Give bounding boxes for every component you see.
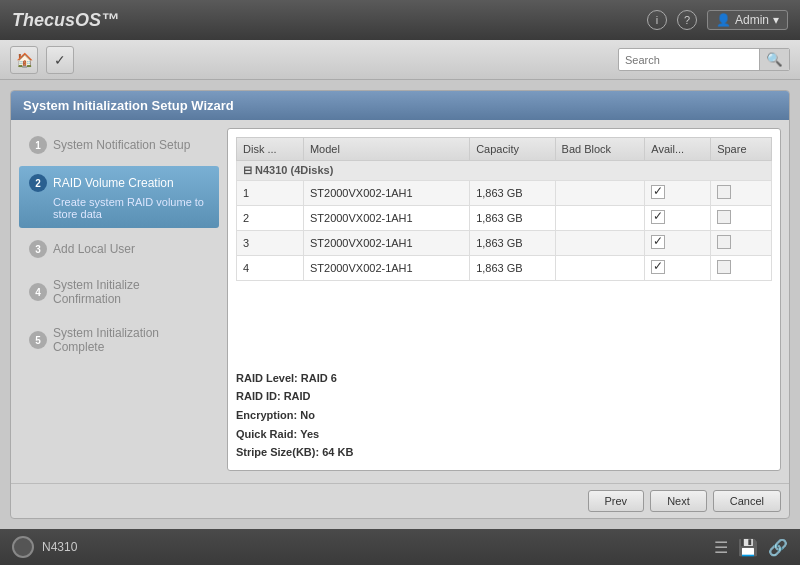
- disk-capacity: 1,863 GB: [470, 256, 555, 281]
- disk-model: ST2000VX002-1AH1: [303, 231, 469, 256]
- step-2-desc: Create system RAID volume to store data: [29, 196, 209, 220]
- avail-checkbox-2[interactable]: [651, 210, 665, 224]
- disk-model: ST2000VX002-1AH1: [303, 206, 469, 231]
- search-input[interactable]: [619, 51, 759, 69]
- step-5-num: 5: [29, 331, 47, 349]
- disk-avail[interactable]: [645, 181, 711, 206]
- step-1-label: System Notification Setup: [53, 138, 190, 152]
- raid-level-label: RAID Level:: [236, 372, 298, 384]
- network-icon[interactable]: 🔗: [768, 538, 788, 557]
- secondbar: 🏠 ✓ 🔍: [0, 40, 800, 80]
- spare-checkbox-1[interactable]: [717, 185, 731, 199]
- disk-num: 2: [237, 206, 304, 231]
- spare-checkbox-4[interactable]: [717, 260, 731, 274]
- col-model: Model: [303, 138, 469, 161]
- list-icon[interactable]: ☰: [714, 538, 728, 557]
- col-capacity: Capacity: [470, 138, 555, 161]
- col-disk: Disk ...: [237, 138, 304, 161]
- content-panel: Disk ... Model Capacity Bad Block Avail.…: [227, 128, 781, 471]
- raid-level-line: RAID Level: RAID 6: [236, 369, 772, 388]
- step-3-label: Add Local User: [53, 242, 135, 256]
- disk-num: 3: [237, 231, 304, 256]
- spare-checkbox-3[interactable]: [717, 235, 731, 249]
- storage-icon[interactable]: 💾: [738, 538, 758, 557]
- disk-capacity: 1,863 GB: [470, 231, 555, 256]
- raid-quickraid-value: Yes: [300, 428, 319, 440]
- prev-button[interactable]: Prev: [588, 490, 645, 512]
- disk-table: Disk ... Model Capacity Bad Block Avail.…: [236, 137, 772, 361]
- nav-icons: 🏠 ✓: [10, 46, 74, 74]
- wizard-container: System Initialization Setup Wizard 1 Sys…: [10, 90, 790, 519]
- raid-id-label: RAID ID:: [236, 390, 281, 402]
- user-icon: 👤: [716, 13, 731, 27]
- disk-avail[interactable]: [645, 206, 711, 231]
- table-row: 3 ST2000VX002-1AH1 1,863 GB: [237, 231, 772, 256]
- search-button[interactable]: 🔍: [759, 49, 789, 70]
- bottombar: N4310 ☰ 💾 🔗: [0, 529, 800, 565]
- raid-id-line: RAID ID: RAID: [236, 387, 772, 406]
- step-2[interactable]: 2 RAID Volume Creation Create system RAI…: [19, 166, 219, 228]
- step-2-label: RAID Volume Creation: [53, 176, 174, 190]
- device-name: N4310: [42, 540, 77, 554]
- disk-spare[interactable]: [711, 181, 772, 206]
- cancel-button[interactable]: Cancel: [713, 490, 781, 512]
- step-3[interactable]: 3 Add Local User: [19, 232, 219, 266]
- disk-num: 1: [237, 181, 304, 206]
- wizard-title: System Initialization Setup Wizard: [11, 91, 789, 120]
- raid-stripe-label: Stripe Size(KB):: [236, 446, 319, 458]
- col-badblock: Bad Block: [555, 138, 645, 161]
- disk-num: 4: [237, 256, 304, 281]
- step-4-label: System Initialize Confirmation: [53, 278, 209, 306]
- raid-info: RAID Level: RAID 6 RAID ID: RAID Encrypt…: [236, 369, 772, 462]
- raid-stripe-value: 64 KB: [322, 446, 353, 458]
- disk-badblock: [555, 181, 645, 206]
- wizard-body: 1 System Notification Setup 2 RAID Volum…: [11, 120, 789, 479]
- topbar: ThecusOS™ i ? 👤 Admin ▾: [0, 0, 800, 40]
- steps-panel: 1 System Notification Setup 2 RAID Volum…: [19, 128, 219, 471]
- next-button[interactable]: Next: [650, 490, 707, 512]
- disk-avail[interactable]: [645, 231, 711, 256]
- disk-model: ST2000VX002-1AH1: [303, 256, 469, 281]
- step-5[interactable]: 5 System Initialization Complete: [19, 318, 219, 362]
- disk-capacity: 1,863 GB: [470, 181, 555, 206]
- avail-checkbox-4[interactable]: [651, 260, 665, 274]
- disk-badblock: [555, 231, 645, 256]
- disk-spare[interactable]: [711, 256, 772, 281]
- admin-menu[interactable]: 👤 Admin ▾: [707, 10, 788, 30]
- spare-checkbox-2[interactable]: [717, 210, 731, 224]
- table-row: 2 ST2000VX002-1AH1 1,863 GB: [237, 206, 772, 231]
- table-row: 1 ST2000VX002-1AH1 1,863 GB: [237, 181, 772, 206]
- main-area: System Initialization Setup Wizard 1 Sys…: [0, 80, 800, 529]
- admin-label: Admin: [735, 13, 769, 27]
- raid-encryption-value: No: [300, 409, 315, 421]
- disk-badblock: [555, 206, 645, 231]
- disks-table: Disk ... Model Capacity Bad Block Avail.…: [236, 137, 772, 281]
- disk-spare[interactable]: [711, 231, 772, 256]
- bottom-icons: ☰ 💾 🔗: [714, 538, 788, 557]
- step-2-num: 2: [29, 174, 47, 192]
- avail-checkbox-1[interactable]: [651, 185, 665, 199]
- nav-home-icon[interactable]: 🏠: [10, 46, 38, 74]
- raid-quickraid-label: Quick Raid:: [236, 428, 297, 440]
- raid-encryption-label: Encryption:: [236, 409, 297, 421]
- disk-spare[interactable]: [711, 206, 772, 231]
- button-bar: Prev Next Cancel: [11, 483, 789, 518]
- disk-capacity: 1,863 GB: [470, 206, 555, 231]
- group-row: ⊟ N4310 (4Disks): [237, 161, 772, 181]
- avail-checkbox-3[interactable]: [651, 235, 665, 249]
- info-icon[interactable]: i: [647, 10, 667, 30]
- raid-quickraid-line: Quick Raid: Yes: [236, 425, 772, 444]
- step-4[interactable]: 4 System Initialize Confirmation: [19, 270, 219, 314]
- device-label: N4310: [12, 536, 77, 558]
- step-1-num: 1: [29, 136, 47, 154]
- raid-level-value: RAID 6: [301, 372, 337, 384]
- step-3-num: 3: [29, 240, 47, 258]
- help-icon[interactable]: ?: [677, 10, 697, 30]
- step-1[interactable]: 1 System Notification Setup: [19, 128, 219, 162]
- search-box: 🔍: [618, 48, 790, 71]
- disk-avail[interactable]: [645, 256, 711, 281]
- device-icon: [12, 536, 34, 558]
- col-avail: Avail...: [645, 138, 711, 161]
- group-label: ⊟ N4310 (4Disks): [237, 161, 772, 181]
- nav-check-icon[interactable]: ✓: [46, 46, 74, 74]
